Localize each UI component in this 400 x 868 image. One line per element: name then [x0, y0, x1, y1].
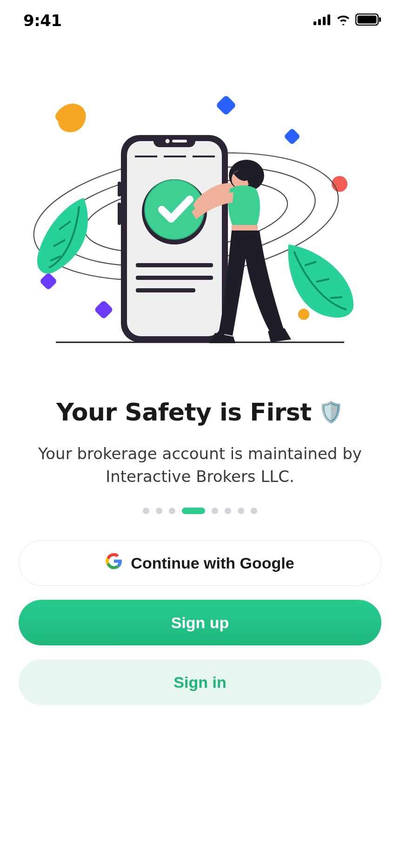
headline: Your Safety is First 🛡️	[0, 398, 400, 426]
svg-rect-0	[313, 21, 316, 25]
svg-rect-5	[358, 16, 377, 24]
svg-rect-11	[39, 272, 58, 291]
svg-rect-26	[118, 203, 121, 225]
sign-up-button[interactable]: Sign up	[19, 600, 381, 645]
page-dot[interactable]	[251, 508, 257, 514]
svg-rect-21	[172, 140, 187, 142]
sign-in-label: Sign in	[173, 673, 226, 692]
headline-text: Your Safety is First	[56, 398, 311, 426]
page-dot-active[interactable]	[182, 508, 205, 514]
continue-with-google-button[interactable]: Continue with Google	[19, 540, 381, 586]
status-indicators	[313, 14, 381, 27]
svg-rect-2	[323, 17, 326, 25]
svg-rect-31	[136, 276, 213, 280]
page-dot[interactable]	[156, 508, 162, 514]
svg-rect-6	[379, 17, 381, 22]
svg-point-10	[298, 309, 309, 320]
page-dot[interactable]	[225, 508, 231, 514]
svg-rect-30	[136, 263, 213, 267]
page-dot[interactable]	[238, 508, 244, 514]
page-dot[interactable]	[212, 508, 218, 514]
auth-buttons: Continue with Google Sign up Sign in	[19, 540, 381, 705]
page-dot[interactable]	[169, 508, 175, 514]
sign-in-button[interactable]: Sign in	[19, 659, 381, 705]
svg-rect-12	[94, 300, 113, 319]
svg-rect-25	[118, 182, 121, 197]
svg-rect-32	[136, 288, 195, 292]
sign-up-label: Sign up	[171, 614, 229, 632]
onboarding-illustration	[0, 91, 400, 347]
cellular-icon	[313, 14, 331, 27]
svg-rect-8	[284, 128, 301, 145]
google-button-label: Continue with Google	[131, 554, 294, 572]
svg-rect-35	[232, 225, 258, 231]
svg-rect-7	[215, 95, 236, 115]
svg-point-20	[166, 139, 170, 143]
shield-icon: 🛡️	[318, 402, 344, 422]
page-indicator	[0, 508, 400, 514]
subtitle-text: Your brokerage account is maintained by …	[28, 442, 372, 488]
status-bar: 9:41	[0, 0, 400, 41]
wifi-icon	[336, 14, 351, 27]
svg-rect-3	[327, 14, 330, 25]
status-time: 9:41	[23, 11, 62, 30]
battery-icon	[355, 14, 381, 27]
page-dot[interactable]	[143, 508, 149, 514]
svg-rect-1	[318, 19, 321, 25]
google-logo-icon	[106, 553, 122, 573]
